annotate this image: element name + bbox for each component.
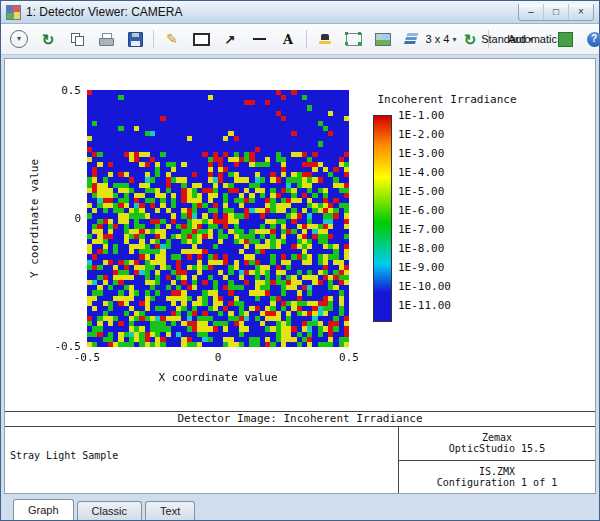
refresh-icon: ↻ (42, 32, 55, 47)
y-axis-label: Y coordinate value (28, 134, 41, 304)
info-line: Stray Light Sample (10, 450, 393, 461)
chevron-down-circle-icon: ▾ (10, 30, 28, 48)
legend-title: Incoherent Irradiance (357, 93, 537, 106)
settings-expand-button[interactable]: ▾ (5, 27, 33, 51)
fit-window-icon (346, 33, 362, 46)
green-swatch-icon (558, 32, 573, 47)
legend-label: 1E-5.00 (398, 186, 451, 197)
copy-icon (71, 33, 84, 46)
heatmap-canvas (87, 90, 349, 347)
arrow-icon: ↗ (225, 33, 236, 46)
file-name: IS.ZMX (479, 466, 515, 477)
window-title: 1: Detector Viewer: CAMERA (26, 5, 183, 19)
rectangle-annotate-button[interactable] (187, 27, 215, 51)
info-panel: Stray Light Sample Detector 8, NSCG Surf… (5, 427, 595, 493)
image-export-button[interactable] (369, 27, 397, 51)
pencil-icon: ✎ (166, 32, 178, 46)
layers-button[interactable] (398, 27, 426, 51)
rectangle-icon (193, 33, 210, 46)
reset-button[interactable]: ↻ (456, 27, 484, 51)
app-name: Zemax (482, 432, 512, 443)
layers-icon (405, 33, 420, 45)
copy-button[interactable] (63, 27, 91, 51)
legend-label: 1E-2.00 (398, 129, 451, 140)
tab-graph[interactable]: Graph (13, 499, 74, 520)
plot-caption: Detector Image: Incoherent Irradiance (5, 411, 595, 427)
help-button[interactable]: ? (580, 27, 600, 51)
y-tick: 0 (47, 212, 81, 225)
update-button[interactable]: ↻ (34, 27, 62, 51)
info-line (10, 483, 393, 493)
detector-viewer-window: 1: Detector Viewer: CAMERA – □ × ▾ ↻ ✎ ↗… (0, 0, 600, 521)
detector-info-text: Stray Light Sample Detector 8, NSCG Surf… (5, 427, 398, 493)
legend-label: 1E-8.00 (398, 243, 451, 254)
titlebar[interactable]: 1: Detector Viewer: CAMERA – □ × (1, 1, 599, 24)
toolbar: ▾ ↻ ✎ ↗ A 3 x 4 ▾ ↻ Standard ▾ Automatic… (1, 24, 599, 55)
line-annotate-button[interactable] (245, 27, 273, 51)
legend-labels: 1E-1.00 1E-2.00 1E-3.00 1E-4.00 1E-5.00 … (398, 110, 451, 311)
print-button[interactable] (92, 27, 120, 51)
toolbar-separator (306, 30, 307, 48)
legend-label: 1E-11.00 (398, 300, 451, 311)
picture-icon (375, 33, 391, 46)
view-tabbar: Graph Classic Text (1, 497, 599, 520)
legend-label: 1E-9.00 (398, 262, 451, 273)
legend-label: 1E-3.00 (398, 148, 451, 159)
tab-classic[interactable]: Classic (77, 501, 142, 520)
arrow-annotate-button[interactable]: ↗ (216, 27, 244, 51)
grid-size-dropdown[interactable]: 3 x 4 ▾ (427, 27, 455, 51)
grid-size-label: 3 x 4 (426, 33, 450, 45)
legend-label: 1E-7.00 (398, 224, 451, 235)
save-disk-icon (128, 32, 143, 47)
help-icon: ? (587, 32, 600, 47)
automatic-label: Automatic (508, 33, 557, 45)
fit-window-button[interactable] (340, 27, 368, 51)
window-controls: – □ × (518, 4, 594, 21)
color-scale-button[interactable] (551, 27, 579, 51)
text-icon: A (283, 33, 293, 46)
tab-text[interactable]: Text (145, 501, 195, 520)
x-tick: -0.5 (69, 351, 105, 364)
maximize-button[interactable]: □ (544, 4, 569, 20)
line-icon (253, 38, 266, 40)
legend-label: 1E-4.00 (398, 167, 451, 178)
legend-label: 1E-10.00 (398, 281, 451, 292)
printer-icon (99, 33, 114, 45)
save-button[interactable] (121, 27, 149, 51)
x-tick: 0.5 (331, 351, 367, 364)
configuration: Configuration 1 of 1 (437, 477, 557, 488)
lamp-button[interactable] (311, 27, 339, 51)
window-icon (6, 5, 21, 20)
content-area: Y coordinate value 0.5 0 -0.5 -0.5 0 0.5… (1, 55, 599, 497)
legend-label: 1E-1.00 (398, 110, 451, 121)
y-tick: 0.5 (47, 84, 81, 97)
text-annotate-button[interactable]: A (274, 27, 302, 51)
legend-label: 1E-6.00 (398, 205, 451, 216)
minimize-button[interactable]: – (519, 4, 544, 20)
file-config-cell: IS.ZMX Configuration 1 of 1 (399, 461, 595, 494)
automatic-dropdown[interactable]: Automatic ▾ (522, 27, 550, 51)
lamp-icon (319, 33, 331, 45)
colorbar (373, 115, 392, 322)
app-version: OpticStudio 15.5 (449, 443, 545, 454)
pencil-annotate-button[interactable]: ✎ (158, 27, 186, 51)
rotate-arrow-icon: ↻ (464, 32, 477, 47)
x-axis-label: X coordinate value (87, 371, 349, 384)
plot-panel: Y coordinate value 0.5 0 -0.5 -0.5 0 0.5… (4, 58, 596, 494)
app-version-cell: Zemax OpticStudio 15.5 (399, 427, 595, 461)
x-tick: 0 (200, 351, 236, 364)
toolbar-separator (153, 30, 154, 48)
info-right-column: Zemax OpticStudio 15.5 IS.ZMX Configurat… (398, 427, 595, 493)
close-button[interactable]: × (569, 4, 593, 20)
